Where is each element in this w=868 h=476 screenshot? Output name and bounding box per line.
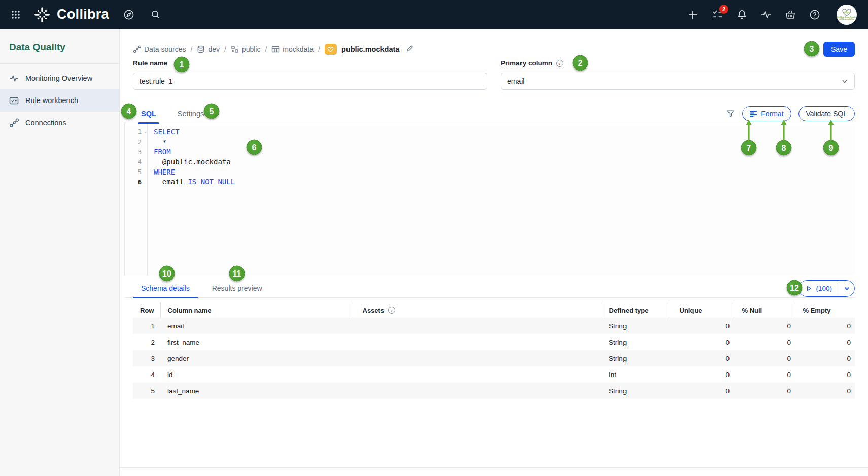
fold-chevron-icon[interactable]: ⌄ (144, 129, 147, 134)
info-icon[interactable]: i (388, 307, 395, 314)
table-row[interactable]: 2first_nameString000 (133, 334, 855, 350)
table-cell (353, 318, 601, 334)
table-cell (353, 350, 601, 366)
datasources-icon (133, 45, 141, 53)
plus-icon[interactable] (687, 9, 699, 20)
breadcrumb-separator: / (318, 45, 320, 53)
breadcrumb-public[interactable]: public (231, 45, 261, 53)
annotation-badge-2: 2 (573, 55, 588, 71)
primary-column-label: Primary column i (501, 59, 563, 67)
header-unique[interactable]: Unique (669, 302, 734, 318)
tab-sql[interactable]: SQL (141, 104, 156, 123)
table-cell: email (160, 318, 353, 334)
basket-icon[interactable] (785, 9, 796, 20)
activity-icon (9, 74, 19, 83)
table-cell: id (160, 366, 353, 383)
table-cell: 0 (734, 350, 795, 366)
line-number: 3 (125, 147, 147, 157)
annotation-badge-6: 6 (247, 140, 262, 155)
annotation-badge-5: 5 (204, 104, 220, 119)
save-button[interactable]: Save (823, 42, 855, 57)
table-cell: 1 (133, 318, 160, 334)
table-cell: String (601, 350, 669, 366)
info-icon[interactable]: i (556, 60, 563, 67)
code-line[interactable]: WHERE (154, 167, 855, 177)
breadcrumb-current: public.mockdata (341, 45, 399, 53)
connections-icon (9, 118, 19, 128)
table-cell: 2 (133, 334, 160, 350)
header-row[interactable]: Row (133, 302, 160, 318)
primary-column-select[interactable]: email (501, 73, 855, 90)
filter-icon[interactable] (726, 109, 735, 118)
header-column-name[interactable]: Column name (160, 302, 353, 318)
edit-name-icon[interactable] (406, 45, 413, 54)
annotation-badge-11: 11 (229, 266, 245, 282)
tab-settings[interactable]: Settings (178, 104, 204, 123)
table-cell: 0 (669, 318, 734, 334)
run-button[interactable]: (100) (799, 281, 839, 296)
annotation-badge-7: 7 (741, 140, 757, 156)
table-row[interactable]: 5last_nameString000 (133, 383, 855, 399)
annotation-badge-9: 9 (823, 140, 839, 156)
annotation-badge-1: 1 (174, 57, 190, 73)
code-line[interactable]: email IS NOT NULL (154, 177, 855, 187)
collibra-logo[interactable]: Collibra (33, 6, 109, 23)
table-row[interactable]: 1emailString000 (133, 318, 855, 334)
annotation-badge-8: 8 (776, 140, 792, 156)
result-tabs: Schema details Results preview (100) (124, 279, 855, 298)
sidebar-item-rule-workbench[interactable]: Rule workbench (0, 89, 119, 112)
search-icon[interactable] (151, 10, 161, 20)
heart-pulse-icon (327, 46, 334, 52)
table-header-row: Row Column name Assetsi Defined type Uni… (133, 302, 855, 318)
user-avatar[interactable]: Collibra Data Quality & Observability (837, 5, 857, 25)
table-cell: 0 (734, 383, 795, 399)
brand-wordmark: Collibra (57, 7, 109, 22)
sidebar-item-label: Monitoring Overview (25, 74, 92, 82)
rule-name-input[interactable]: test.rule_1 (133, 73, 487, 90)
run-options-button[interactable] (839, 281, 854, 296)
bell-icon[interactable] (737, 9, 747, 20)
schema-details-table: Row Column name Assetsi Defined type Uni… (133, 302, 855, 399)
breadcrumb-mockdata[interactable]: mockdata (271, 45, 314, 53)
breadcrumb-dev[interactable]: dev (197, 45, 220, 53)
play-icon (806, 285, 812, 292)
table-cell (353, 383, 601, 399)
heart-pulse-icon (842, 9, 852, 16)
header-null-pct[interactable]: % Null (734, 302, 795, 318)
table-cell (353, 366, 601, 383)
table-cell: 4 (133, 366, 160, 383)
rule-name-label: Rule name (133, 59, 167, 67)
top-navbar: Collibra 2 (0, 0, 868, 29)
table-row[interactable]: 3genderString000 (133, 350, 855, 366)
sidebar-item-connections[interactable]: Connections (0, 112, 119, 134)
table-cell: 0 (795, 350, 855, 366)
tab-schema-details[interactable]: Schema details (141, 279, 190, 298)
compass-icon[interactable] (123, 9, 134, 20)
table-cell: first_name (160, 334, 353, 350)
breadcrumb-data-sources[interactable]: Data sources (133, 45, 186, 53)
table-cell: 3 (133, 350, 160, 366)
table-cell: gender (160, 350, 353, 366)
tasks-icon[interactable]: 2 (712, 9, 723, 20)
code-line[interactable]: @public.mockdata (154, 157, 855, 167)
table-cell: String (601, 318, 669, 334)
chevron-down-icon (841, 78, 848, 85)
help-icon[interactable] (809, 9, 820, 20)
sidebar-item-label: Connections (25, 119, 66, 127)
header-assets[interactable]: Assetsi (353, 302, 601, 318)
format-button[interactable]: Format (742, 106, 791, 121)
table-row[interactable]: 4idInt000 (133, 366, 855, 383)
validate-sql-button[interactable]: Validate SQL (798, 106, 855, 121)
annotation-arrow-7 (745, 120, 752, 140)
header-empty-pct[interactable]: % Empty (795, 302, 855, 318)
tab-results-preview[interactable]: Results preview (212, 279, 262, 298)
notification-count-badge: 2 (719, 5, 728, 14)
breadcrumb-separator: / (224, 45, 226, 53)
table-cell: 0 (669, 334, 734, 350)
apps-grid-icon[interactable] (11, 10, 20, 19)
sidebar-item-monitoring-overview[interactable]: Monitoring Overview (0, 67, 119, 89)
table-cell: 0 (669, 350, 734, 366)
activity-icon[interactable] (760, 9, 772, 20)
annotation-arrow-9 (827, 120, 835, 140)
header-defined-type[interactable]: Defined type (601, 302, 669, 318)
